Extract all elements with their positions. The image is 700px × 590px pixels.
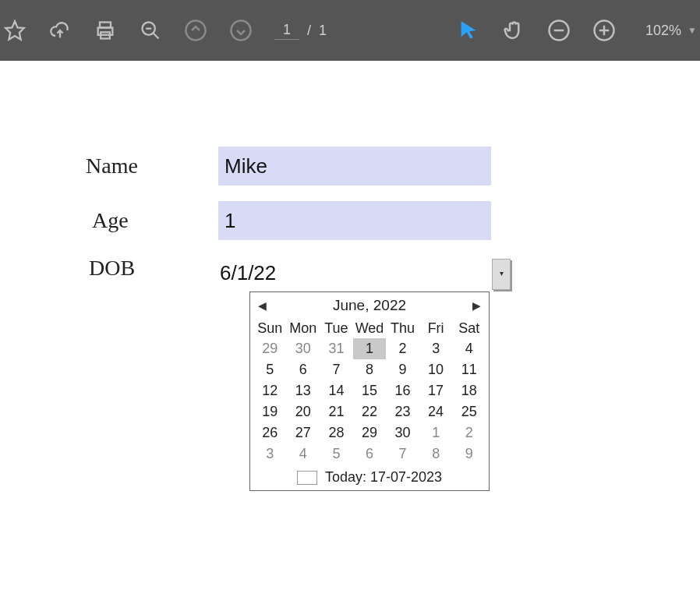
print-icon[interactable] [94,19,117,42]
dow-header: Sat [452,319,486,338]
calendar-title: June, 2022 [333,297,406,314]
calendar-day[interactable]: 14 [320,380,353,401]
calendar-day[interactable]: 5 [253,359,287,380]
calendar-day[interactable]: 13 [287,380,320,401]
today-box-icon [297,471,317,485]
calendar-day[interactable]: 9 [386,359,419,380]
next-month-button[interactable]: ▶ [472,299,481,312]
calendar-day[interactable]: 4 [287,443,320,465]
chevron-down-icon: ▼ [688,25,697,36]
calendar-day[interactable]: 3 [253,443,287,465]
calendar-day[interactable]: 30 [386,422,419,443]
page-current-input[interactable] [274,21,299,40]
zoom-out-icon[interactable] [547,19,571,42]
calendar-day[interactable]: 25 [452,401,486,422]
zoom-dropdown[interactable]: 102% ▼ [645,23,697,39]
calendar-day[interactable]: 20 [287,401,320,422]
dow-header: Thu [386,319,419,338]
calendar-day[interactable]: 16 [386,380,419,401]
date-picker: ◀ June, 2022 ▶ SunMonTueWedThuFriSat2930… [249,291,490,491]
calendar-day[interactable]: 5 [320,443,353,465]
dob-row: DOB ▾ [86,256,700,290]
dob-dropdown-button[interactable]: ▾ [492,259,511,290]
zoom-in-icon[interactable] [592,19,616,42]
calendar-day[interactable]: 29 [253,338,287,359]
dow-header: Sun [253,319,287,338]
dob-input[interactable] [218,256,491,290]
hand-icon[interactable] [502,19,525,42]
calendar-day[interactable]: 2 [386,338,419,359]
dow-header: Wed [353,319,387,338]
calendar-day[interactable]: 31 [320,338,353,359]
calendar-day[interactable]: 29 [353,422,387,443]
calendar-day[interactable]: 24 [419,401,453,422]
age-input[interactable] [218,201,491,240]
calendar-day[interactable]: 17 [419,380,453,401]
cloud-upload-icon[interactable] [48,19,72,42]
calendar-day[interactable]: 27 [287,422,320,443]
cursor-icon[interactable] [457,19,480,42]
calendar-day[interactable]: 9 [452,443,486,465]
calendar-day[interactable]: 6 [353,443,387,465]
calendar-header: ◀ June, 2022 ▶ [250,292,489,319]
name-label: Name [86,154,218,178]
calendar-day[interactable]: 1 [419,422,453,443]
name-row: Name [86,147,700,185]
calendar-day[interactable]: 11 [452,359,486,380]
calendar-day[interactable]: 10 [419,359,453,380]
calendar-day[interactable]: 4 [452,338,486,359]
svg-point-7 [186,21,206,41]
arrow-up-icon[interactable] [184,19,207,42]
calendar-day[interactable]: 3 [419,338,453,359]
dob-label: DOB [86,256,218,281]
calendar-day[interactable]: 15 [353,380,387,401]
calendar-day[interactable]: 2 [452,422,486,443]
calendar-day[interactable]: 1 [353,338,387,359]
dow-header: Fri [419,319,453,338]
page-indicator: / 1 [274,21,327,40]
calendar-day[interactable]: 28 [320,422,353,443]
name-input[interactable] [218,147,491,185]
calendar-day[interactable]: 19 [253,401,287,422]
calendar-day[interactable]: 8 [419,443,453,465]
dow-header: Tue [320,319,353,338]
today-label: Today: 17-07-2023 [325,469,442,486]
calendar-day[interactable]: 22 [353,401,387,422]
page-separator: / [307,23,311,39]
calendar-day[interactable]: 23 [386,401,419,422]
calendar-day[interactable]: 8 [353,359,387,380]
calendar-day[interactable]: 7 [386,443,419,465]
svg-point-8 [232,21,251,41]
calendar-day[interactable]: 30 [287,338,320,359]
dow-header: Mon [287,319,320,338]
prev-month-button[interactable]: ◀ [258,299,267,312]
star-icon[interactable] [3,19,27,42]
age-row: Age [86,201,700,240]
calendar-day[interactable]: 7 [320,359,353,380]
calendar-day[interactable]: 18 [452,380,486,401]
calendar-day[interactable]: 21 [320,401,353,422]
zoom-value: 102% [645,23,681,39]
svg-line-5 [154,34,159,39]
calendar-footer[interactable]: Today: 17-07-2023 [250,466,489,490]
search-icon[interactable] [139,19,162,42]
age-label: Age [86,208,218,233]
calendar-day[interactable]: 26 [253,422,287,443]
svg-marker-0 [5,21,23,39]
page-content: Name Age DOB ▾ ◀ June, 2022 ▶ SunMonTueW… [0,61,700,290]
toolbar: / 1 102% ▼ [0,0,700,61]
calendar-day[interactable]: 12 [253,380,287,401]
calendar-grid: SunMonTueWedThuFriSat2930311234567891011… [250,319,489,466]
page-total: 1 [319,23,327,39]
arrow-down-icon[interactable] [229,19,253,42]
calendar-day[interactable]: 6 [287,359,320,380]
